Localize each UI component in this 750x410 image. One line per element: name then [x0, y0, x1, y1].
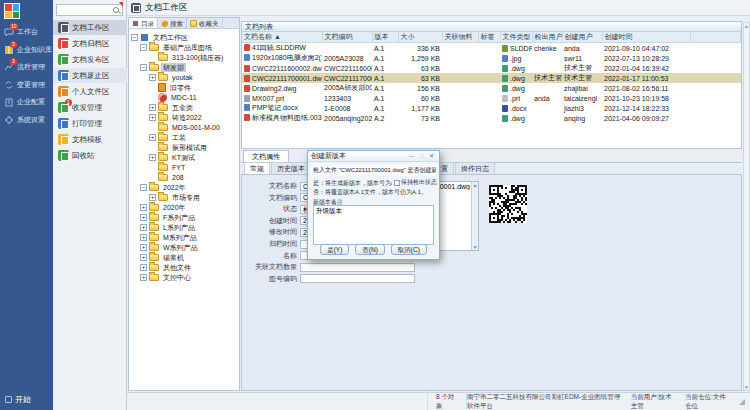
nav-item-5[interactable]: 个人文件区	[53, 84, 127, 99]
sidebar-item-1[interactable]: 10工作台	[0, 24, 53, 40]
expander-icon[interactable]: +	[140, 234, 147, 241]
tree-tab-1[interactable]: 目录	[129, 18, 158, 28]
props-tab-1[interactable]: 常规	[244, 162, 270, 174]
expander-icon[interactable]: −	[140, 64, 147, 71]
column-header-2[interactable]: 文档编码	[322, 32, 372, 43]
expander-icon[interactable]: +	[149, 134, 156, 141]
tree-node[interactable]: +市场专用	[149, 192, 202, 202]
props-tab-7[interactable]: 操作日志	[455, 162, 495, 174]
tree-node[interactable]: MDC-11	[149, 92, 199, 102]
expander-icon[interactable]: +	[149, 154, 156, 161]
expander-icon[interactable]: −	[140, 44, 147, 51]
keep-checkout-option[interactable]: 保持检出状态	[392, 178, 437, 187]
table-row[interactable]: 1920x1080电脑桌面2(1)(1).jpg2005A23028A.11,2…	[242, 53, 741, 63]
tree-node[interactable]: −2022年	[140, 182, 188, 192]
expander-icon[interactable]: +	[140, 244, 147, 251]
nav-item-9[interactable]: 回收站	[53, 148, 127, 163]
tree-node[interactable]: +KT测试	[149, 152, 197, 162]
props-tab-2[interactable]: 历史版本	[271, 162, 311, 174]
tree-node[interactable]: −研发部	[140, 62, 186, 72]
tree-node[interactable]: FYT	[149, 162, 187, 172]
tree-node[interactable]: −基础产品库图纸	[140, 42, 214, 52]
tree-node[interactable]: +文控中心	[140, 272, 193, 282]
sidebar-item-6[interactable]: 系统设置	[0, 112, 53, 128]
dialog-title-bar[interactable]: 创建新版本 — □ ✕	[308, 151, 439, 162]
tree-node[interactable]: −文档工作区	[131, 32, 190, 42]
sidebar-item-5[interactable]: 企业配置	[0, 94, 53, 110]
expander-icon[interactable]: +	[140, 204, 147, 211]
tree-node[interactable]: +youtak	[149, 72, 195, 82]
column-header-7[interactable]: 文件类型	[500, 32, 532, 43]
tree-node[interactable]: +铸造2022	[149, 112, 204, 122]
column-header-3[interactable]: 版本	[372, 32, 398, 43]
tree-node[interactable]: MDS-001-M-00	[149, 122, 222, 132]
tree-node[interactable]: 208	[149, 172, 186, 182]
tree-node[interactable]: +L系列产品	[140, 222, 197, 232]
column-header-8[interactable]: 检出用户	[532, 32, 562, 43]
expander-icon[interactable]: +	[140, 224, 147, 231]
expander-icon[interactable]: +	[149, 114, 156, 121]
no-button[interactable]: 否(N)	[355, 244, 385, 255]
table-row[interactable]: 标准模具物料图纸.003.dwg2005anqing202104...A.273…	[242, 113, 741, 123]
table-row[interactable]: 41回轴.SLDDRWA.1336 KBSLDDRWchenkeanda2021…	[242, 43, 741, 54]
maximize-icon[interactable]: □	[417, 152, 426, 160]
nav-item-7[interactable]: 打印管理	[53, 116, 127, 131]
expander-icon[interactable]: +	[140, 214, 147, 221]
tree-node[interactable]: 旧零件	[149, 82, 193, 92]
start-button[interactable]: 开始	[5, 394, 31, 405]
field-input[interactable]	[300, 263, 415, 272]
expander-icon[interactable]: −	[131, 34, 138, 41]
expander-icon[interactable]: +	[140, 254, 147, 261]
nav-item-8[interactable]: 文档模板	[53, 132, 127, 147]
nav-search-box[interactable]	[56, 4, 123, 16]
expander-icon[interactable]: +	[149, 74, 156, 81]
tree-node[interactable]: +锡浆机	[140, 252, 186, 262]
nav-item-2[interactable]: 文档归档区	[53, 36, 127, 51]
keep-checkout-checkbox[interactable]	[394, 180, 400, 186]
column-header-10[interactable]: 创建时间	[602, 32, 690, 43]
tree-tab-3[interactable]: 收藏夹	[187, 18, 223, 28]
field-input[interactable]	[300, 274, 415, 283]
nav-item-1[interactable]: 文档工作区	[53, 20, 127, 35]
tree-node[interactable]: +W系列产品	[140, 242, 200, 252]
expander-icon[interactable]: +	[149, 194, 156, 201]
table-row[interactable]: Drawing2.dwg2005A研发部00017A.1156 KB.dwgzh…	[242, 83, 741, 93]
column-header-6[interactable]: 标签	[478, 32, 500, 43]
tree-node[interactable]: +五金类	[149, 102, 195, 112]
nav-item-3[interactable]: 文档发布区	[53, 52, 127, 67]
table-row[interactable]: CWC22111700001.dwgCWC22111700001A.163 KB…	[242, 73, 741, 83]
cancel-button[interactable]: 取消(C)	[391, 244, 427, 255]
expander-icon[interactable]: +	[140, 274, 147, 281]
properties-panel-tab[interactable]: 文档属性	[243, 150, 289, 162]
expander-icon[interactable]: +	[140, 264, 147, 271]
table-row[interactable]: MX007.prt1233403A.160 KB.prtandataicaize…	[242, 93, 741, 103]
doc-name-scrollbar[interactable]: ▲▼	[471, 182, 478, 250]
column-header-9[interactable]: 创建用户	[562, 32, 602, 43]
sidebar-item-2[interactable]: 3企业知识库	[0, 42, 53, 58]
expander-icon[interactable]: +	[149, 104, 156, 111]
search-icon[interactable]	[112, 6, 121, 15]
tree-node[interactable]: 313-100(稳压器)	[149, 52, 225, 62]
tree-node[interactable]: +其他文件	[140, 262, 193, 272]
close-icon[interactable]: ✕	[427, 152, 436, 160]
nav-item-4[interactable]: 文档废止区	[53, 68, 127, 83]
table-row[interactable]: PMP笔记.docx1-E0008A.11,177 KB.docxjiazhi3…	[242, 103, 741, 113]
sidebar-item-4[interactable]: 变更管理	[0, 77, 53, 93]
tree-tab-2[interactable]: 搜索	[158, 18, 187, 28]
tree-node[interactable]: +M系列产品	[140, 232, 199, 242]
column-header-1[interactable]: 文档名称 ▲	[242, 32, 322, 43]
nav-search-input[interactable]	[58, 6, 112, 14]
sidebar-item-3[interactable]: 3流程管理	[0, 59, 53, 75]
main-scrollbar[interactable]: ▲▼	[743, 22, 750, 391]
nav-item-6[interactable]: 1收发管理	[53, 100, 127, 115]
expander-icon[interactable]: −	[140, 184, 147, 191]
tree-node[interactable]: +工装	[149, 132, 188, 142]
tree-node[interactable]: +F系列产品	[140, 212, 197, 222]
yes-button[interactable]: 是(Y)	[320, 244, 349, 255]
column-header-5[interactable]: 关联物料	[442, 32, 478, 43]
table-row[interactable]: CWC22111600002.dwgCWC22111600003A.163 KB…	[242, 63, 741, 73]
remark-textarea[interactable]: 升级版本	[313, 205, 434, 245]
tree-node[interactable]: 振形模试用	[149, 142, 209, 152]
tree-node[interactable]: +2020年	[140, 202, 188, 212]
column-header-4[interactable]: 大小	[398, 32, 442, 43]
